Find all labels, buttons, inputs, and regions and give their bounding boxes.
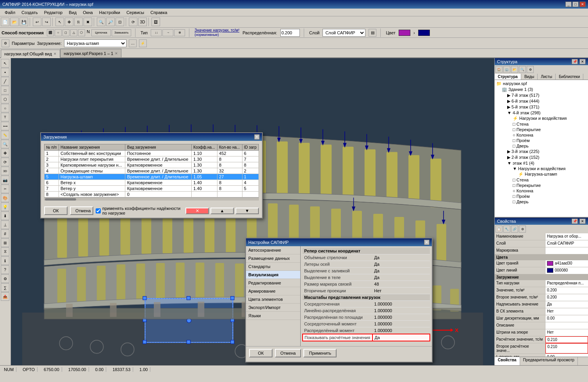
settings-item-5[interactable]: Армирование bbox=[246, 287, 300, 295]
prop-value[interactable]: 0.210 bbox=[545, 336, 588, 343]
settings-dialog-header[interactable]: Настройки САПФИР ✕ bbox=[246, 238, 432, 246]
color-swatch2[interactable] bbox=[418, 30, 430, 36]
settings-item-6[interactable]: Цвета элементов bbox=[246, 295, 300, 304]
type-btn-3[interactable]: ⊗ bbox=[174, 29, 185, 36]
props-close[interactable]: ✕ bbox=[579, 219, 586, 224]
zagr-ok-btn[interactable]: ОК bbox=[44, 206, 68, 215]
zagr-table-row[interactable]: 2Нагрузки плит перекрытияВременное длит.… bbox=[45, 156, 259, 162]
mode-btn-3[interactable]: ◻ bbox=[62, 29, 69, 36]
ltb-camera[interactable]: 📷 bbox=[1, 176, 9, 184]
ltb-calc[interactable]: ∑ bbox=[1, 283, 9, 292]
tb-redo[interactable]: ↪ bbox=[42, 18, 51, 26]
zagr-nav-up[interactable]: ▲ bbox=[210, 208, 234, 214]
type-btn-2[interactable]: → bbox=[162, 29, 173, 36]
tree-item[interactable]: □ Перекрытие bbox=[495, 127, 587, 132]
tb-rotate[interactable]: ⟳ bbox=[129, 18, 137, 26]
tree-item[interactable]: □ Дверь bbox=[495, 199, 587, 204]
ltb-load[interactable]: ⬇ bbox=[1, 211, 9, 220]
ltb-info[interactable]: ℹ bbox=[1, 256, 9, 265]
tree-item[interactable]: ▼ этаж #1 (4) bbox=[495, 160, 587, 166]
zagr-table-row[interactable]: 4Ограждающие стеныВременное длит. / Длит… bbox=[45, 168, 259, 174]
ltb-select[interactable]: ↖ bbox=[1, 59, 9, 68]
mode-btn-close[interactable]: Замыкать bbox=[112, 29, 131, 36]
ltb-rotate-view[interactable]: ⟳ bbox=[1, 158, 9, 166]
ltb-pan[interactable]: ✥ bbox=[1, 149, 9, 157]
tab-section[interactable]: нагрузки.spf:Разрез 1 – 1 ✕ bbox=[60, 49, 121, 57]
menu-create[interactable]: Создать bbox=[18, 9, 41, 16]
settings-item-3[interactable]: Визуализация bbox=[246, 271, 300, 279]
tb-undo[interactable]: ↩ bbox=[33, 18, 41, 26]
tb-zoom-in[interactable]: 🔍 bbox=[97, 18, 105, 26]
ltb-point[interactable]: • bbox=[1, 68, 9, 76]
struct-tb3[interactable]: 📂 bbox=[511, 66, 518, 73]
tree-item[interactable]: 🏢 Здание 1 (3) bbox=[495, 87, 587, 92]
props-tab-props[interactable]: Свойства bbox=[495, 357, 520, 365]
layer-edit-btn[interactable]: ▤ bbox=[369, 29, 376, 37]
settings-cancel-btn[interactable]: Отмена bbox=[275, 349, 301, 357]
ltb-section[interactable]: ✂ bbox=[1, 185, 9, 193]
props-pin[interactable]: 📌 bbox=[572, 219, 578, 224]
struct-tb4[interactable]: 🔍 bbox=[519, 66, 526, 73]
loading-icon-btn[interactable]: ⚡ bbox=[139, 39, 147, 47]
tree-item[interactable]: □ Перекрытие bbox=[495, 183, 587, 188]
struct-tb1[interactable]: 🏠 bbox=[495, 66, 502, 73]
struct-tab-views[interactable]: Виды bbox=[521, 74, 538, 80]
struct-tb5[interactable]: ⚙ bbox=[527, 66, 534, 73]
tree-item[interactable]: ▼ 4-й этаж (298) bbox=[495, 110, 587, 115]
tb-open[interactable]: 📂 bbox=[10, 18, 19, 26]
tree-item[interactable]: ⚡ Нагрузки и воздействия bbox=[495, 115, 587, 121]
close-button[interactable]: ✕ bbox=[579, 2, 586, 7]
ltb-text[interactable]: T bbox=[1, 113, 9, 121]
tb-save[interactable]: 💾 bbox=[20, 18, 28, 26]
ltb-rect[interactable]: □ bbox=[1, 86, 9, 94]
ltb-light[interactable]: 💡 bbox=[1, 203, 9, 211]
tb-select[interactable]: ↖ bbox=[55, 18, 64, 26]
settings-ok-btn[interactable]: ОК bbox=[249, 349, 273, 357]
tree-item[interactable]: ▶ 3-й этаж (225) bbox=[495, 149, 587, 155]
settings-item-4[interactable]: Редактирование bbox=[246, 279, 300, 287]
tree-item[interactable]: ⚡ Нагрузка-штамп bbox=[495, 171, 587, 177]
ltb-3d-btn[interactable]: 3D bbox=[1, 167, 9, 175]
tb-delete[interactable]: ✖ bbox=[84, 18, 92, 26]
settings-item-2[interactable]: Стандарты bbox=[246, 263, 300, 271]
minimize-button[interactable]: _ bbox=[565, 2, 572, 7]
mode-btn-1[interactable]: ⬛ bbox=[47, 29, 54, 36]
settings-item-0[interactable]: Автосохранение bbox=[246, 246, 300, 254]
prop-value[interactable]: 0.210 bbox=[545, 343, 588, 354]
ltb-setting[interactable]: ⚙ bbox=[1, 274, 9, 283]
props-tb1[interactable]: 📋 bbox=[495, 226, 502, 233]
loading-edit-btn[interactable]: … bbox=[129, 39, 137, 47]
tree-item[interactable]: ○ Колонна bbox=[495, 188, 587, 194]
tb-copy[interactable]: ⎘ bbox=[74, 18, 83, 26]
ltb-polygon[interactable]: ⬡ bbox=[1, 95, 9, 103]
maximize-button[interactable]: □ bbox=[572, 2, 579, 7]
struct-tab-sheets[interactable]: Листы bbox=[538, 74, 556, 80]
dist-value-input[interactable] bbox=[280, 29, 300, 37]
zagr-scrollbar[interactable] bbox=[44, 197, 259, 201]
zagr-dialog-header[interactable]: Загружения ✕ bbox=[41, 133, 262, 141]
tb-3d[interactable]: 3D bbox=[138, 18, 147, 26]
menu-services[interactable]: Сервисы bbox=[123, 9, 148, 16]
tb-new[interactable]: 📄 bbox=[1, 18, 9, 26]
tree-item[interactable]: ▶ 7-й этаж (517) bbox=[495, 92, 587, 98]
tb-render[interactable]: 🖼 bbox=[151, 18, 160, 26]
ltb-material[interactable]: 🎨 bbox=[1, 194, 9, 202]
zagr-table-row[interactable]: 7Ветер yКратковременное1.4085 bbox=[45, 186, 259, 192]
tb-fit[interactable]: ⊡ bbox=[116, 18, 124, 26]
mode-btn-chain[interactable]: Цепочка bbox=[91, 29, 111, 36]
params-icon[interactable]: ⚙ bbox=[2, 39, 9, 47]
menu-editor[interactable]: Редактор bbox=[41, 9, 66, 16]
tab-general-view[interactable]: нагрузки.spf:Общий вид ✕ bbox=[1, 50, 60, 58]
struct-tab-libs[interactable]: Библиотеки bbox=[556, 74, 583, 80]
zagr-table-row[interactable]: 5Нагрузка-штампВременное длит. / Длитель… bbox=[45, 174, 259, 180]
ltb-zoom[interactable]: 🔍 bbox=[1, 140, 9, 148]
ltb-support[interactable]: ⊥ bbox=[1, 220, 9, 229]
props-tb2[interactable]: 🔧 bbox=[503, 226, 510, 233]
settings-item-7[interactable]: Экспорт/Импорт bbox=[246, 304, 300, 312]
zagr-table-row[interactable]: 8<Создать новое загружение>0 bbox=[45, 192, 259, 197]
tree-item[interactable]: □ Стена bbox=[495, 121, 587, 127]
ltb-line[interactable]: ╱ bbox=[1, 77, 9, 85]
tree-item[interactable]: □ Дверь bbox=[495, 143, 587, 149]
tree-item[interactable]: ▶ 5-й этаж (371) bbox=[495, 104, 587, 110]
zagr-cancel-btn[interactable]: Отмена bbox=[70, 206, 93, 215]
